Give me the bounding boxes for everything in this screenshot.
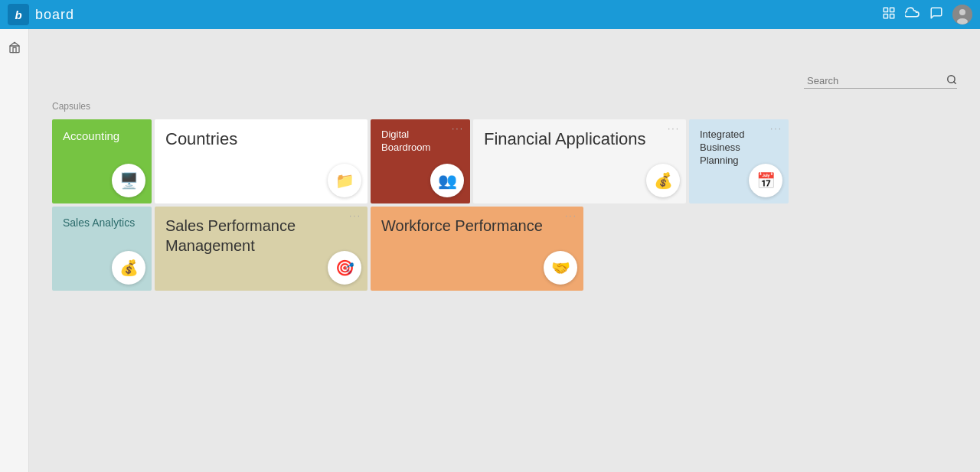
capsules-label: Capsules [52, 101, 957, 112]
sales-analytics-icon: 💰 [112, 251, 145, 285]
svg-rect-1 [890, 8, 894, 11]
accounting-icon: 🖥️ [112, 164, 145, 197]
search-button[interactable] [946, 74, 957, 87]
topbar-actions [882, 5, 972, 24]
capsule-wp-title: Workforce Performance [381, 216, 573, 236]
wp-menu[interactable]: ··· [565, 211, 577, 220]
capsule-sales-analytics-title: Sales Analytics [63, 216, 141, 229]
capsule-digital-boardroom-title: Digital Boardroom [381, 129, 459, 155]
chat-icon[interactable] [929, 6, 943, 23]
financial-applications-icon: 💰 [646, 164, 680, 197]
capsule-financial-applications[interactable]: ··· Financial Applications 💰 [473, 119, 686, 203]
capsule-sales-performance-management[interactable]: ··· Sales Performance Management 🎯 [155, 207, 368, 291]
capsule-accounting-title: Accounting [63, 129, 141, 144]
svg-rect-0 [884, 8, 887, 11]
search-wrapper [804, 73, 957, 89]
ibp-icon: 📅 [749, 164, 782, 197]
capsules-row-1: Accounting 🖥️ Countries 📁 ··· Digital Bo… [52, 119, 957, 203]
ibp-menu[interactable]: ··· [770, 124, 782, 133]
countries-icon: 📁 [328, 164, 361, 197]
capsule-integrated-business-planning[interactable]: ··· Integrated Business Planning 📅 [689, 119, 789, 203]
capsule-sales-analytics[interactable]: Sales Analytics 💰 [52, 207, 152, 291]
logo-text: board [35, 7, 74, 23]
spm-menu[interactable]: ··· [349, 211, 361, 220]
capsules-grid: Accounting 🖥️ Countries 📁 ··· Digital Bo… [52, 119, 957, 291]
capsule-ibp-title: Integrated Business Planning [700, 129, 778, 168]
svg-line-9 [954, 82, 956, 84]
digital-boardroom-icon: 👥 [430, 164, 464, 197]
digital-boardroom-menu[interactable]: ··· [452, 124, 464, 133]
topbar: b board [0, 0, 980, 29]
svg-point-6 [957, 18, 968, 24]
svg-rect-7 [10, 46, 19, 53]
spm-icon: 🎯 [328, 251, 361, 285]
sidebar [0, 29, 29, 472]
search-bar [52, 73, 957, 89]
svg-rect-2 [884, 15, 887, 18]
svg-point-5 [959, 9, 965, 15]
inbox-icon[interactable] [4, 37, 25, 61]
logo[interactable]: b board [8, 4, 74, 25]
financial-applications-menu[interactable]: ··· [668, 124, 680, 133]
capsule-countries[interactable]: Countries 📁 [155, 119, 368, 203]
capsule-digital-boardroom[interactable]: ··· Digital Boardroom 👥 [371, 119, 470, 203]
cloud-icon[interactable] [905, 7, 920, 22]
capsule-spm-title: Sales Performance Management [165, 216, 357, 256]
capsule-accounting[interactable]: Accounting 🖥️ [52, 119, 152, 203]
capsule-countries-title: Countries [165, 129, 357, 151]
notifications-icon[interactable] [882, 6, 896, 23]
svg-rect-3 [890, 15, 894, 18]
logo-icon: b [8, 4, 29, 25]
workforce-performance-icon: 🤝 [544, 251, 577, 285]
capsule-financial-applications-title: Financial Applications [484, 129, 675, 151]
avatar[interactable] [952, 5, 972, 24]
capsule-workforce-performance[interactable]: ··· Workforce Performance 🤝 [371, 207, 583, 291]
search-input[interactable] [804, 73, 946, 88]
main-content: Capsules Accounting 🖥️ Countries 📁 ··· [29, 58, 980, 472]
capsules-row-2: Sales Analytics 💰 ··· Sales Performance … [52, 207, 957, 291]
